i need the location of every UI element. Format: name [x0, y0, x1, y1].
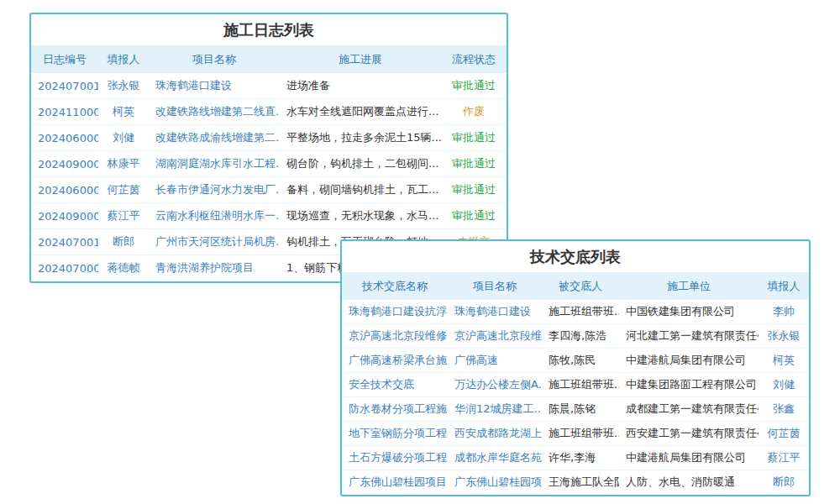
reporter-cell: 蔡江平 [759, 446, 809, 470]
column-header: 流程状态 [441, 46, 507, 73]
reporter-link[interactable]: 张永银 [108, 79, 140, 92]
reporter-cell: 张鑫 [759, 397, 809, 422]
reporter-link[interactable]: 蔡江平 [108, 209, 140, 222]
project-link[interactable]: 青海洪湖养护院项目 [155, 261, 254, 274]
project-cell: 青海洪湖养护院项目 [149, 255, 280, 281]
reporter-link[interactable]: 断郎 [113, 235, 134, 248]
project-link[interactable]: 成都水岸华庭名苑... [454, 451, 542, 464]
column-header: 施工单位 [619, 273, 759, 300]
disclosure-name-link[interactable]: 地下室钢筋分项工程... [349, 427, 448, 439]
project-link[interactable]: 华润12城房建工... [454, 402, 542, 415]
disclosure-name-link[interactable]: 广佛高速桥梁承台施... [349, 354, 448, 366]
log-id-cell: 2024070011 [31, 73, 98, 99]
reporter-link[interactable]: 蒋德帧 [108, 261, 140, 274]
status-cell: 作废 [441, 99, 507, 125]
project-link[interactable]: 改建铁路成渝线增建第二... [155, 131, 280, 144]
status-link[interactable]: 审批通过 [452, 209, 496, 222]
reporter-cell: 蔡江平 [98, 203, 149, 229]
reporter-link[interactable]: 断郎 [773, 475, 795, 488]
status-cell: 审批通过 [441, 203, 507, 229]
log-id-link[interactable]: 2024070011 [38, 80, 98, 92]
log-table-row: 2024090009 林康平 湖南洞庭湖水库引水工程... 砌台阶，钩机排土，二… [31, 151, 507, 177]
status-cell: 审批通过 [441, 177, 507, 203]
log-table-header-row: 日志编号 填报人 项目名称 施工进展 流程状态 [31, 46, 507, 73]
reporter-link[interactable]: 林康平 [108, 157, 140, 170]
reporter-cell: 林康平 [98, 151, 149, 177]
log-id-link[interactable]: 2024070009 [38, 262, 98, 275]
unit-text: 成都建工第一建筑有限责任公司 [619, 397, 759, 422]
column-header: 日志编号 [31, 46, 98, 73]
reporter-link[interactable]: 张永银 [768, 329, 801, 342]
reporter-link[interactable]: 柯英 [773, 354, 795, 366]
disclosure-name-cell: 安全技术交底 [342, 373, 448, 397]
reporter-link[interactable]: 刘健 [773, 378, 795, 391]
log-id-link[interactable]: 2024060006 [38, 132, 98, 144]
disclosure-name-cell: 土石方爆破分项工程... [342, 446, 448, 470]
receiver-text: 施工班组带班... [542, 373, 619, 397]
log-id-link[interactable]: 2024060005 [38, 184, 98, 197]
disclosure-name-link[interactable]: 安全技术交底 [349, 378, 414, 391]
disclosure-name-link[interactable]: 广东佛山碧桂园项目... [349, 475, 448, 488]
project-cell: 广佛高速 [448, 349, 542, 373]
disclosure-name-link[interactable]: 珠海鹤港口建设抗浮... [349, 305, 448, 318]
technical-disclosure-panel: 技术交底列表 技术交底名称 项目名称 被交底人 施工单位 填报人 [340, 239, 811, 496]
disclosure-name-link[interactable]: 防水卷材分项工程施... [349, 402, 448, 415]
project-link[interactable]: 西安成都路龙湖上... [454, 427, 542, 439]
reporter-link[interactable]: 柯英 [113, 105, 134, 118]
status-link[interactable]: 作废 [463, 105, 485, 118]
project-link[interactable]: 长春市伊通河水力发电厂... [155, 183, 280, 196]
project-cell: 湖南洞庭湖水库引水工程... [149, 151, 280, 177]
log-id-cell: 2024090009 [31, 151, 98, 177]
status-link[interactable]: 审批通过 [452, 131, 496, 144]
column-header: 项目名称 [448, 273, 542, 300]
project-link[interactable]: 珠海鹤港口建设 [155, 79, 232, 92]
reporter-link[interactable]: 张鑫 [773, 402, 795, 415]
reporter-cell: 断郎 [98, 229, 149, 255]
unit-text: 河北建工第一建筑有限责任公司 [619, 324, 759, 349]
disclosure-name-link[interactable]: 京沪高速北京段维修... [349, 329, 448, 342]
log-id-cell: 2024090009 [31, 203, 98, 229]
reporter-cell: 李帅 [759, 300, 809, 324]
project-link[interactable]: 湖南洞庭湖水库引水工程... [155, 157, 280, 170]
project-link[interactable]: 珠海鹤港口建设 [454, 305, 531, 318]
project-cell: 华润12城房建工... [448, 397, 542, 422]
log-id-link[interactable]: 2024090009 [38, 210, 98, 223]
receiver-text: 王海施工队全队 [542, 470, 619, 495]
status-link[interactable]: 审批通过 [452, 157, 496, 170]
reporter-link[interactable]: 何芷茵 [768, 427, 801, 439]
disclosure-table-row: 地下室钢筋分项工程... 西安成都路龙湖上... 施工班组带班... 西安建工第… [342, 422, 809, 446]
project-cell: 珠海鹤港口建设 [149, 73, 280, 99]
status-cell: 审批通过 [441, 125, 507, 151]
column-header: 填报人 [98, 46, 149, 73]
project-link[interactable]: 京沪高速北京段维修 [454, 329, 542, 342]
log-id-cell: 2024110002 [31, 99, 98, 125]
reporter-cell: 蒋德帧 [98, 255, 149, 281]
project-cell: 成都水岸华庭名苑... [448, 446, 542, 470]
reporter-link[interactable]: 李帅 [773, 305, 795, 318]
disclosure-name-link[interactable]: 土石方爆破分项工程... [349, 451, 448, 464]
project-link[interactable]: 万达办公楼左侧A... [454, 378, 542, 391]
project-link[interactable]: 改建铁路线增建第二线直... [155, 105, 280, 118]
project-link[interactable]: 广佛高速 [454, 354, 498, 366]
disclosure-table-body: 珠海鹤港口建设抗浮... 珠海鹤港口建设 施工班组带班... 中国铁建集团有限公… [342, 300, 809, 495]
reporter-link[interactable]: 蔡江平 [768, 451, 801, 464]
column-header: 技术交底名称 [342, 273, 448, 300]
log-id-cell: 2024060005 [31, 177, 98, 203]
status-link[interactable]: 审批通过 [452, 79, 496, 92]
log-id-link[interactable]: 2024090009 [38, 158, 98, 171]
disclosure-name-cell: 珠海鹤港口建设抗浮... [342, 300, 448, 324]
project-link[interactable]: 广东佛山碧桂园项目 [454, 475, 542, 488]
disclosure-table-row: 京沪高速北京段维修... 京沪高速北京段维修 李四海,陈浩 河北建工第一建筑有限… [342, 324, 809, 349]
log-id-link[interactable]: 2024070011 [38, 236, 98, 249]
reporter-link[interactable]: 何芷茵 [108, 183, 140, 196]
project-link[interactable]: 云南水利枢纽潜明水库一... [155, 209, 280, 222]
status-link[interactable]: 审批通过 [452, 183, 496, 196]
project-cell: 云南水利枢纽潜明水库一... [149, 203, 280, 229]
log-table-row: 2024090009 蔡江平 云南水利枢纽潜明水库一... 现场巡查，无积水现象… [31, 203, 507, 229]
reporter-link[interactable]: 刘健 [113, 131, 134, 144]
construction-log-title: 施工日志列表 [31, 14, 507, 45]
project-link[interactable]: 广州市天河区统计局机房... [155, 235, 280, 248]
log-id-link[interactable]: 2024110002 [38, 106, 98, 118]
reporter-cell: 柯英 [759, 349, 809, 373]
receiver-text: 施工班组带班... [542, 422, 619, 446]
